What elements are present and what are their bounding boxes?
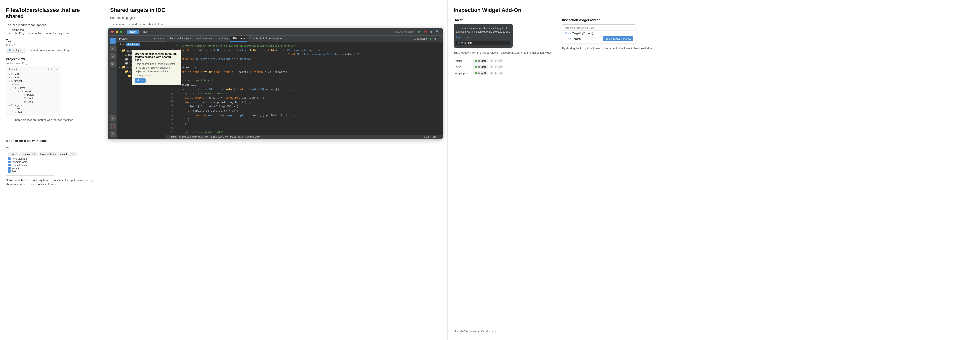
got-it-button[interactable]: Got it xyxy=(135,78,146,83)
hover-tooltip-text: The current file is included in several … xyxy=(456,26,510,34)
bullet-tab: on the tab xyxy=(9,28,97,31)
bullet-pv: in the Project view toolwindow, on the p… xyxy=(9,32,97,35)
editor-tab-5[interactable]: AdapterScriptInterface.java xyxy=(247,36,285,41)
panel-tab-libs[interactable]: Libs xyxy=(119,43,126,46)
default-chip[interactable]: Target1 xyxy=(473,59,488,63)
tree-item-build[interactable]: ⊞ BUILD xyxy=(9,93,57,97)
tree-item-file1[interactable]: ☕ File1 xyxy=(9,97,57,100)
run-icon-2[interactable]: ▶ xyxy=(429,37,433,41)
tree-item-target-marked[interactable]: ▼ ⬡ target xyxy=(9,89,57,93)
fp-tab-gradle[interactable]: Gradle xyxy=(8,152,18,156)
panel-tool-2[interactable]: ⊙ xyxy=(157,37,159,40)
tab-row: File1.java Opened document with some tar… xyxy=(6,48,97,52)
sidebar-icon-7[interactable]: ⚙ xyxy=(110,131,116,137)
panel-tool-1[interactable]: ⊕ xyxy=(153,37,156,40)
fp-tab-instant[interactable]: Instant xyxy=(58,152,68,156)
hover-select-row[interactable]: ⬡ ▼ Target1 xyxy=(456,41,510,45)
minimize-dot[interactable] xyxy=(116,30,118,33)
build-icon: ⊞ xyxy=(125,53,127,56)
close-dot[interactable] xyxy=(111,30,114,33)
learn-more-link[interactable]: Learn more xyxy=(456,36,469,39)
blue-icon-2 xyxy=(8,160,11,163)
panel-tool-3[interactable]: ≡ xyxy=(160,37,161,40)
panel-tool-4[interactable]: × xyxy=(162,37,164,40)
badge-3b: 3 xyxy=(494,65,497,68)
section1-bullets: on the tab in the Project view toolwindo… xyxy=(9,28,97,35)
panel-tab-packages[interactable]: Packages xyxy=(126,43,140,46)
search-icon[interactable]: 🔍 xyxy=(436,30,439,33)
badge-0b: 0 xyxy=(490,65,493,68)
target1-row[interactable]: ✓ ⬡ Target1 (Current) xyxy=(562,31,636,36)
file-preview: Gradle ExampleTable ExampleTests Instant… xyxy=(6,150,55,176)
ide-titlebar: Bazel main IDEA Community ▶ 🐞 ⚙ 🔍 xyxy=(108,28,442,36)
sidebar-project-icon[interactable]: P xyxy=(110,38,116,43)
section1-title: Files/folders/classes that are shared xyxy=(6,7,97,20)
target1-label: Target1 (Current) xyxy=(573,32,633,35)
tree-item-src1[interactable]: ▶ □ src xyxy=(9,83,57,86)
fp-item-5: Sort xyxy=(8,170,53,173)
arrow: ▶ xyxy=(119,66,121,68)
sidebar-icon-5[interactable]: ▶ xyxy=(110,115,116,121)
tree-item-java1[interactable]: ▼ □ java xyxy=(9,86,57,89)
badge-0: 0 xyxy=(490,59,493,62)
arrow-icon: ▶ xyxy=(9,80,10,82)
code-content: /** Convert regular functions to finite … xyxy=(175,44,442,133)
editor-tab-3[interactable]: add.svg xyxy=(216,36,231,41)
badge-3: 3 xyxy=(494,59,497,62)
fp-item-2: ExampleTable xyxy=(8,160,53,164)
tree-dropdown[interactable]: Project xyxy=(9,68,17,71)
tree-item-file2[interactable]: ☕ File2 xyxy=(9,100,57,103)
sidebar-icon-4[interactable]: 🔍 xyxy=(110,61,116,67)
select-target-button[interactable]: Select Target in Project xyxy=(603,37,633,41)
section-files: Files/folders/classes that are shared Th… xyxy=(0,0,103,340)
stop-icon[interactable]: ■ xyxy=(433,37,437,41)
folder-icon: 📁 xyxy=(125,70,129,73)
maximize-dot[interactable] xyxy=(120,30,123,33)
arrow-icon: ▼ xyxy=(18,90,20,92)
tree-tool-3[interactable]: ≡ xyxy=(53,68,55,71)
tree-item-lib8b[interactable]: ▶ □ Lib8 xyxy=(9,76,57,79)
tab-desc: Opened document with some targets xyxy=(28,49,73,52)
hover-chip[interactable]: Target1 xyxy=(473,65,488,69)
tree-tool-4[interactable]: × xyxy=(56,68,57,71)
tree-item-lib8a[interactable]: ▶ □ Lib8 xyxy=(9,72,57,76)
tree-tool-2[interactable]: ⊙ xyxy=(51,68,52,71)
editor-tab-1[interactable]: FunctionUtils.java xyxy=(167,36,194,41)
tree-item-target1[interactable]: ▶ □ target1 xyxy=(9,79,57,83)
settings-icon[interactable]: ⚙ xyxy=(430,30,433,33)
tree-item-src2[interactable]: □ src xyxy=(9,107,57,110)
hover-title: Hover xyxy=(453,18,555,22)
tree-item-java2[interactable]: □ java xyxy=(9,110,57,114)
fp-tab-sort[interactable]: Sort xyxy=(69,152,77,156)
run-icon[interactable]: ▶ xyxy=(418,30,421,33)
ide-tab-bazel[interactable]: Bazel xyxy=(127,30,139,34)
popup-target-label: Target1 xyxy=(478,72,486,75)
tree-tool-1[interactable]: ⊕ xyxy=(48,68,49,71)
target-chip[interactable]: ⬡ Target1 ▾ xyxy=(412,37,429,41)
target2-row[interactable]: ✓ ⬡ Target2 Select Target in Project xyxy=(562,36,636,42)
tree-label: Lib8 xyxy=(14,73,19,76)
popup-chip[interactable]: Target1 xyxy=(473,71,488,75)
tree-label: target2 xyxy=(14,103,22,106)
debug-icon[interactable]: 🐞 xyxy=(423,30,427,33)
tree-item-target2[interactable]: ▶ □ target2 xyxy=(9,103,57,107)
popup-title: Use the packages view for multi-targets … xyxy=(135,52,178,61)
sidebar-icon-6[interactable]: 🐞 xyxy=(110,123,116,129)
tab-chip[interactable]: File1.java xyxy=(6,48,26,52)
file2-icon: ☕ xyxy=(23,100,26,103)
insp-right: Inspection widget add-on Targets for Res… xyxy=(562,18,663,77)
blue-icon-1 xyxy=(8,157,11,160)
more-icon[interactable]: ⋯ xyxy=(437,37,442,41)
ide-tab-main[interactable]: main xyxy=(140,30,151,34)
fp-tab-tests[interactable]: ExampleTests xyxy=(39,152,57,156)
fp-tab-example[interactable]: ExampleTable xyxy=(19,152,38,156)
badge-0c: 0 xyxy=(490,71,493,75)
sidebar-icon-2[interactable]: ≡ xyxy=(110,46,116,51)
ide-sidebar: P ≡ ⊞ 🔍 ▶ 🐞 ⚙ xyxy=(108,36,117,139)
arrow-icon: ▶ xyxy=(9,73,10,75)
editor-tab-4[interactable]: File1.java xyxy=(231,36,247,41)
editor-tab-2[interactable]: add-hover.svg xyxy=(194,36,216,41)
folder-icon: □ xyxy=(14,83,16,86)
sidebar-icon-3[interactable]: ⊞ xyxy=(110,53,116,59)
panel-title: Project xyxy=(119,37,127,40)
